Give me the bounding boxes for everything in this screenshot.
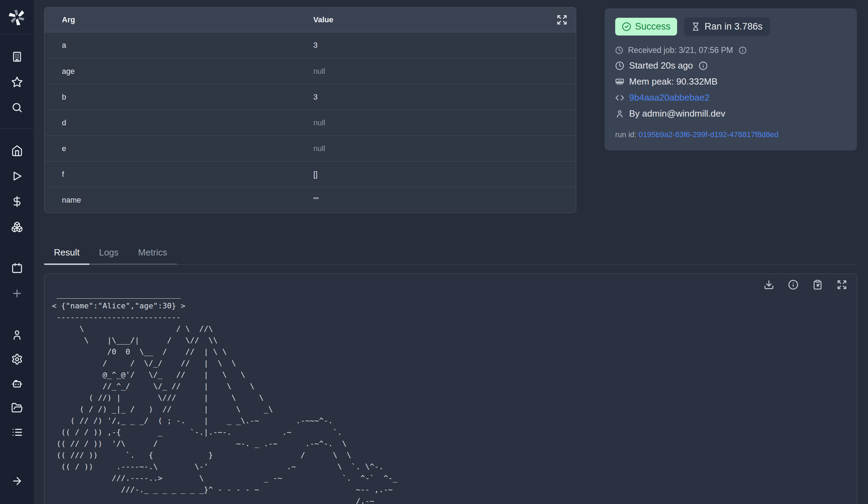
info-icon[interactable] [739,46,747,54]
args-table: Arg Value a3agenullb3dnullenullf[]name"" [44,7,576,213]
sidebar-item-settings[interactable] [0,347,34,371]
download-icon [764,279,774,290]
expand-args-button[interactable] [556,14,568,25]
sidebar-item-add[interactable] [0,281,34,306]
duration-chip: Ran in 3.786s [684,17,770,36]
sidebar-item-runs[interactable] [0,163,34,189]
mem-peak-line: Mem peak: 90.332MB [615,76,846,87]
result-panel: ___________________________ < {"name":"A… [44,274,857,504]
folder-open-icon [11,402,23,414]
clock-icon [615,61,624,70]
boxes-icon [11,221,23,233]
gear-icon [11,353,23,365]
table-row: agenull [45,58,576,84]
run-id-link[interactable]: 0195b9a2-83f6-299f-d192-478817f8d8ed [638,130,778,139]
arg-name: e [45,144,313,153]
arg-name: a [45,41,313,50]
result-ascii: ___________________________ < {"name":"A… [45,274,857,504]
job-status-card: Success Ran in 3.786s Received job: 3/21… [605,8,857,150]
sidebar-item-workers[interactable] [0,371,34,396]
triggered-by-text: By admin@windmill.dev [629,108,725,119]
arrow-right-icon [11,475,23,487]
result-toolbar [764,279,847,290]
received-job-text: Received job: 3/21, 07:56 PM [628,46,733,55]
tabs: ResultLogsMetrics [44,246,857,265]
table-row: dnull [45,110,576,135]
download-result-button[interactable] [764,279,774,290]
arg-name: f [45,170,313,179]
sidebar-item-resources[interactable] [0,214,34,239]
search-icon [11,102,23,113]
sidebar-group-schedules [0,255,34,306]
table-row: f[] [45,161,576,187]
sidebar-item-favorites[interactable] [0,69,34,95]
sidebar-group-workspace [0,44,34,120]
arg-name: age [45,67,313,76]
arg-value: null [313,118,325,127]
table-row: name"" [45,187,576,213]
info-icon[interactable] [699,61,708,70]
sidebar-item-home[interactable] [0,138,34,163]
triggered-by-line: By admin@windmill.dev [615,108,846,119]
windmill-logo[interactable] [0,0,34,34]
sidebar-divider [0,128,34,129]
sidebar-item-schedules[interactable] [0,255,34,281]
check-circle-icon [622,22,631,31]
hourglass-icon [691,22,700,31]
script-hash-link[interactable]: 9b4aaa20abbebae2 [629,92,709,103]
duration-label: Ran in 3.786s [705,21,763,32]
column-header-arg: Arg [45,15,313,24]
sidebar-item-users[interactable] [0,323,34,347]
plus-icon [11,288,23,299]
expand-result-button[interactable] [837,279,847,290]
arg-name: name [45,196,313,205]
memory-stick-icon [615,77,624,86]
status-badge-label: Success [635,21,670,32]
sidebar-item-search[interactable] [0,95,34,120]
tab-result[interactable]: Result [44,246,89,265]
arg-name: b [45,93,313,102]
sidebar-item-folders[interactable] [0,396,34,420]
arg-name: d [45,118,313,127]
clock-icon [615,46,623,54]
list-icon [11,426,23,438]
column-header-value: Value [313,15,333,24]
play-icon [11,170,23,182]
result-info-button[interactable] [788,279,798,290]
copy-result-button[interactable] [812,279,823,290]
user-icon [615,109,624,118]
info-icon [788,279,798,290]
args-table-header: Arg Value [45,7,576,32]
star-icon [11,76,23,88]
arg-value: null [313,67,325,76]
sidebar-group-main [0,138,34,239]
received-job-line: Received job: 3/21, 07:56 PM [615,46,846,55]
home-icon [11,145,23,157]
script-hash-line: 9b4aaa20abbebae2 [615,92,846,103]
status-badge: Success [615,18,677,36]
mem-peak-text: Mem peak: 90.332MB [629,76,717,87]
sidebar-collapse-toggle[interactable] [0,468,34,494]
user-icon [11,329,23,341]
run-id-line: run id: 0195b9a2-83f6-299f-d192-478817f8… [615,130,846,139]
run-id-label: run id: [615,130,636,139]
tab-metrics[interactable]: Metrics [128,246,177,265]
args-table-body: a3agenullb3dnullenullf[]name"" [45,32,576,213]
sidebar [0,0,34,504]
table-row: a3 [45,32,576,58]
dollar-sign-icon [11,196,23,207]
bot-icon [11,378,23,389]
arg-value: 3 [313,41,318,50]
building-icon [11,51,23,63]
sidebar-item-variables[interactable] [0,189,34,214]
sidebar-divider [0,34,34,34]
arg-value: [] [313,170,318,179]
tab-logs[interactable]: Logs [89,246,128,265]
started-text: Started 20s ago [629,60,693,71]
expand-icon [837,279,847,290]
sidebar-group-admin [0,323,34,444]
expand-icon [556,14,568,25]
arg-value: null [313,144,325,153]
sidebar-item-audit-logs[interactable] [0,420,34,444]
sidebar-item-workspace[interactable] [0,44,34,69]
